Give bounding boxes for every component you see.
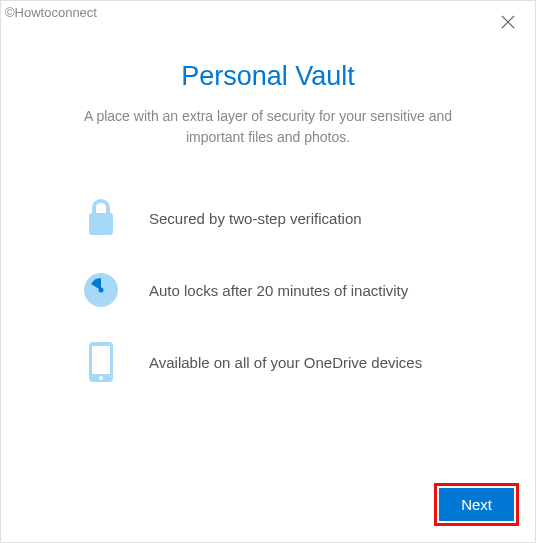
highlight-annotation: Next: [434, 483, 519, 526]
next-button[interactable]: Next: [439, 488, 514, 521]
dialog-footer: Next: [434, 483, 519, 526]
feature-item: Auto locks after 20 minutes of inactivit…: [81, 270, 475, 310]
feature-text: Auto locks after 20 minutes of inactivit…: [149, 280, 408, 301]
svg-point-4: [99, 288, 104, 293]
close-icon: [501, 15, 515, 29]
svg-rect-6: [92, 346, 110, 374]
feature-item: Available on all of your OneDrive device…: [81, 342, 475, 382]
phone-icon: [81, 342, 121, 382]
lock-icon: [81, 198, 121, 238]
feature-item: Secured by two-step verification: [81, 198, 475, 238]
close-button[interactable]: [501, 15, 517, 31]
svg-rect-2: [89, 213, 113, 235]
clock-icon: [81, 270, 121, 310]
page-subtitle: A place with an extra layer of security …: [51, 106, 485, 148]
page-title: Personal Vault: [51, 61, 485, 92]
watermark-text: ©Howtoconnect: [5, 5, 97, 20]
dialog-content: Personal Vault A place with an extra lay…: [1, 1, 535, 382]
feature-text: Available on all of your OneDrive device…: [149, 352, 422, 373]
feature-list: Secured by two-step verification Auto lo…: [51, 198, 485, 382]
feature-text: Secured by two-step verification: [149, 208, 362, 229]
svg-point-7: [99, 376, 103, 380]
